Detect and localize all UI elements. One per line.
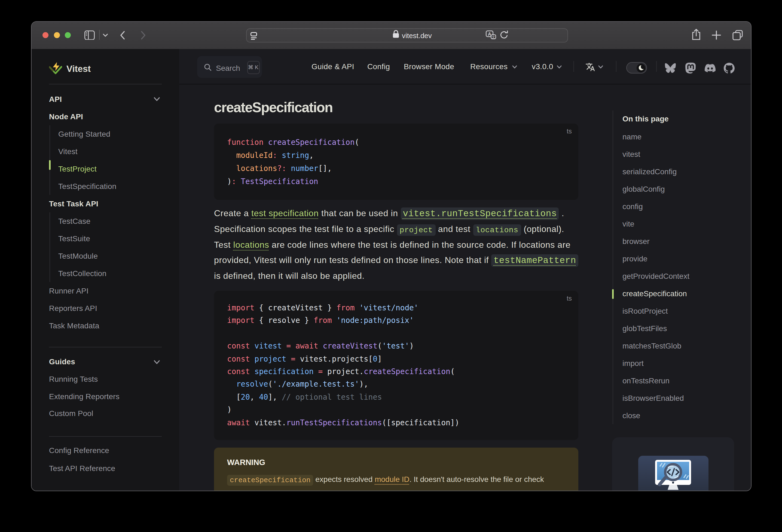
svg-text:A: A [488, 31, 491, 36]
svg-text:文: 文 [492, 35, 495, 38]
